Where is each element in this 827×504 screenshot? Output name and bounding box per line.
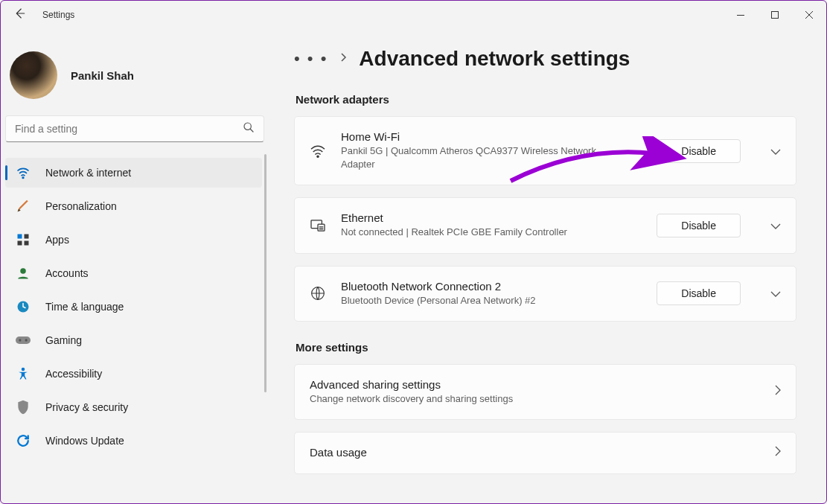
sidebar-item-label: Personalization: [45, 200, 117, 212]
shield-icon: [16, 400, 31, 415]
scrollbar[interactable]: [264, 154, 266, 392]
wifi-icon: [16, 165, 31, 180]
sidebar-item-gaming[interactable]: Gaming: [5, 325, 262, 355]
search-input[interactable]: [15, 123, 243, 135]
ethernet-icon: [310, 219, 326, 232]
sidebar-item-label: Time & language: [45, 301, 124, 313]
brush-icon: [16, 199, 31, 214]
adapter-subtitle: Bluetooth Device (Personal Area Network)…: [341, 294, 624, 307]
sidebar-item-label: Privacy & security: [45, 401, 128, 413]
breadcrumb-more-icon[interactable]: • • •: [294, 49, 328, 68]
avatar: [10, 51, 57, 99]
more-subtitle: Change network discovery and sharing set…: [310, 392, 593, 406]
main-content: • • • Advanced network settings Network …: [267, 29, 826, 503]
adapter-subtitle: Not connected | Realtek PCIe GBE Family …: [341, 226, 624, 239]
svg-rect-16: [318, 224, 325, 231]
person-icon: [16, 266, 31, 281]
chevron-right-icon: [339, 52, 347, 66]
nav-list: Network & internet Personalization Apps …: [5, 154, 267, 503]
disable-button[interactable]: Disable: [657, 139, 741, 163]
window-title: Settings: [42, 10, 74, 20]
sidebar-item-network[interactable]: Network & internet: [5, 158, 262, 188]
chevron-down-icon[interactable]: [770, 219, 781, 232]
clock-icon: [16, 299, 31, 314]
svg-point-8: [20, 268, 26, 274]
svg-rect-1: [772, 12, 779, 19]
sidebar-item-accessibility[interactable]: Accessibility: [5, 359, 262, 389]
chevron-right-icon: [775, 385, 781, 398]
adapter-title: Bluetooth Network Connection 2: [341, 280, 642, 293]
svg-rect-10: [16, 336, 31, 344]
svg-rect-4: [18, 235, 22, 239]
chevron-down-icon[interactable]: [770, 287, 781, 300]
wifi-icon: [310, 144, 326, 158]
svg-point-12: [25, 339, 28, 341]
close-button[interactable]: [792, 3, 826, 27]
more-card-sharing[interactable]: Advanced sharing settings Change network…: [294, 364, 796, 420]
svg-rect-5: [25, 235, 29, 239]
adapter-card-bluetooth: Bluetooth Network Connection 2 Bluetooth…: [294, 266, 796, 322]
more-card-data-usage[interactable]: Data usage: [294, 432, 796, 474]
window-controls: [724, 3, 826, 27]
sidebar-item-apps[interactable]: Apps: [5, 225, 262, 255]
sidebar-item-accounts[interactable]: Accounts: [5, 258, 262, 288]
chevron-down-icon[interactable]: [770, 144, 781, 158]
sidebar-item-label: Gaming: [45, 334, 82, 346]
sidebar-item-update[interactable]: Windows Update: [5, 426, 262, 456]
svg-rect-7: [25, 241, 29, 246]
adapter-card-ethernet: Ethernet Not connected | Realtek PCIe GB…: [294, 197, 796, 253]
adapter-title: Ethernet: [341, 211, 642, 224]
chevron-right-icon: [775, 446, 781, 459]
user-block[interactable]: Pankil Shah: [5, 42, 267, 115]
search-box[interactable]: [5, 115, 264, 142]
sidebar-item-personalization[interactable]: Personalization: [5, 191, 262, 221]
sidebar-item-label: Windows Update: [45, 435, 124, 447]
svg-rect-0: [737, 15, 744, 16]
section-more-label: More settings: [296, 341, 796, 354]
sidebar-item-label: Network & internet: [45, 167, 131, 179]
section-adapters-label: Network adapters: [296, 93, 796, 106]
maximize-button[interactable]: [758, 3, 792, 27]
search-icon: [243, 121, 255, 136]
adapter-card-wifi: Home Wi-Fi Pankil 5G | Qualcomm Atheros …: [294, 116, 796, 185]
update-icon: [16, 433, 31, 448]
adapter-title: Home Wi-Fi: [341, 130, 642, 143]
sidebar-item-label: Apps: [45, 234, 69, 246]
svg-rect-6: [18, 241, 22, 246]
more-title: Data usage: [310, 446, 760, 459]
svg-point-3: [22, 177, 24, 179]
apps-icon: [16, 232, 31, 247]
sidebar-item-privacy[interactable]: Privacy & security: [5, 392, 262, 422]
adapter-subtitle: Pankil 5G | Qualcomm Atheros QCA9377 Wir…: [341, 144, 624, 171]
svg-point-14: [317, 156, 319, 157]
disable-button[interactable]: Disable: [657, 214, 741, 237]
page-title: Advanced network settings: [359, 47, 630, 71]
user-name: Pankil Shah: [71, 69, 134, 82]
svg-point-13: [22, 368, 25, 371]
titlebar: Settings: [1, 1, 826, 29]
disable-button[interactable]: Disable: [657, 281, 741, 305]
sidebar: Pankil Shah Network & internet Personali…: [1, 29, 267, 503]
breadcrumb: • • • Advanced network settings: [294, 47, 796, 71]
sidebar-item-label: Accounts: [45, 267, 89, 279]
gamepad-icon: [16, 333, 31, 348]
svg-point-11: [19, 339, 21, 341]
sidebar-item-time[interactable]: Time & language: [5, 292, 262, 322]
more-title: Advanced sharing settings: [310, 378, 760, 391]
accessibility-icon: [16, 366, 31, 381]
minimize-button[interactable]: [724, 3, 758, 27]
back-button[interactable]: [13, 7, 26, 23]
sidebar-item-label: Accessibility: [45, 368, 102, 380]
globe-icon: [310, 286, 326, 301]
